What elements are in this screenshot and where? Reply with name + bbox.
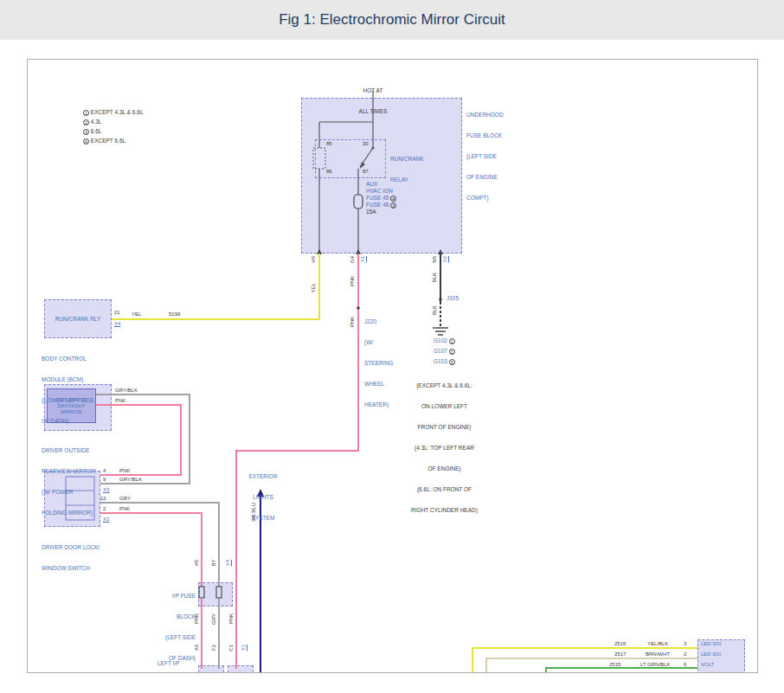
leftip-pin-c1: C1 xyxy=(228,645,235,651)
legend-item-3: 3 6.6L xyxy=(83,128,101,135)
wire-lt-grn-blk-2515 xyxy=(546,668,697,673)
led-sig-label-1: LED SIG xyxy=(701,641,722,647)
wire-label-yel-vertical: YEL xyxy=(311,283,317,292)
exterior-lights-label: EXTERIOR LIGHTS SYSTEM xyxy=(239,459,287,536)
wire-yellow-5199 xyxy=(112,253,319,319)
splice-j105-label: J105 xyxy=(447,295,459,302)
switch-pin-4-wire: PNK xyxy=(119,468,130,474)
underhood-fuse-block-label: UNDERHOOD FUSE BLOCK (LEFT SIDE OF ENGIN… xyxy=(466,98,504,215)
connector-entry-arrows xyxy=(317,249,443,254)
door-switch-name-label: DRIVER DOOR LOCK/ WINDOW SWITCH xyxy=(42,530,100,586)
figure-header: Fig 1: Electrochromic Mirror Circuit xyxy=(0,0,784,40)
ipfb-pin-a6: A6 xyxy=(194,645,200,651)
led-sig-label-2: LED SIG xyxy=(701,651,722,658)
ground-location-note: (EXCEPT 4.3L & 6.6L: ON LOWER LEFT FRONT… xyxy=(386,369,503,528)
circuit-number-2517: 2517 xyxy=(614,651,626,658)
wire-label-pnk-lower: PNK xyxy=(350,317,356,327)
fuse-label-hvac-ign: HVAC IGN xyxy=(366,188,393,195)
ufb-connector-x1: X1 xyxy=(360,256,366,262)
fuse-48-label: FUSE 48 3 xyxy=(366,202,396,209)
ufb-connector-x2: X2 xyxy=(442,256,448,262)
ip-fuse-block-label: I/P FUSE BLOCK (LEFT SIDE OF DASH) xyxy=(154,579,196,673)
mirror-name-label: DRIVER OUTSIDE REARVIEW MIRROR (W/ POWER… xyxy=(42,433,96,530)
fuse-label-aux: AUX xyxy=(366,181,377,188)
led-pin-6: 6 xyxy=(684,662,686,668)
ipfb-pin-a5: A5 xyxy=(194,560,200,566)
legend-item-2: 2 4.3L xyxy=(83,119,101,125)
ufb-pin-n5: N5 xyxy=(432,256,438,263)
switch-pin-12: 12 xyxy=(100,496,106,502)
wire-color-brn-wht: BRN/WHT xyxy=(646,651,670,658)
mirror-wire-pnk-label: PNK xyxy=(115,398,125,404)
wire-label-dk-blu: DK BLU xyxy=(251,503,257,522)
wire-label-pnk-upper: PNK xyxy=(350,276,356,286)
switch-pin-12-wire: GRY xyxy=(119,496,131,502)
ufb-pin-g4: G4 xyxy=(350,256,356,263)
wire-label-blk-upper: BLK xyxy=(432,273,438,282)
ipfb-pin-b7: B7 xyxy=(211,560,217,566)
leftip-wire-pnk-label: PNK xyxy=(228,613,235,624)
fuse-symbol xyxy=(354,195,363,209)
relay-pin-85: 85 xyxy=(326,141,332,147)
relay-switch-symbol xyxy=(360,147,375,170)
ground-g107: G107 2 xyxy=(434,348,455,355)
switch-pin-2-wire: PNK xyxy=(119,506,130,512)
switch-connector-x3: X3 xyxy=(103,487,109,493)
circuit-number-5199: 5199 xyxy=(169,311,180,318)
figure-title: Fig 1: Electrochromic Mirror Circuit xyxy=(279,11,505,29)
wire-color-lt-grn-blk: LT GRN/BLK xyxy=(640,662,670,668)
ipfb-wire-pnk-label: PNK xyxy=(194,613,200,624)
circuit-number-2516: 2516 xyxy=(614,641,626,647)
legend-item-1: 1 EXCEPT 4.3L & 6.6L xyxy=(83,109,144,116)
bcm-pin-21: 21 xyxy=(114,310,120,316)
ipfb-wire-gry-label: GRY xyxy=(211,613,217,625)
switch-pin-9-wire: GRY/BLK xyxy=(119,477,142,483)
relay-name-label: RUN/CRANK RELAY xyxy=(390,142,424,197)
relay-pin-30: 30 xyxy=(363,141,369,147)
fuse-45-label: FUSE 45 4 xyxy=(366,195,396,202)
wire-color-yel-blk: YEL/BLK xyxy=(647,641,668,647)
relay-pin-86: 86 xyxy=(326,169,332,175)
led-pin-2: 2 xyxy=(684,651,686,658)
bcm-name-label: BODY CONTROL MODULE (BCM) (LOWER LEFT SI… xyxy=(42,342,94,439)
wire-gry-blk-mirror xyxy=(96,395,190,484)
ground-g102: G102 1 xyxy=(434,337,455,344)
ipfb-pin-f2: F2 xyxy=(211,645,217,651)
wire-pink-mirror xyxy=(96,405,181,475)
switch-connector-x2: X2 xyxy=(103,517,109,523)
wire-black-ground xyxy=(433,253,448,335)
relay-coil-symbol xyxy=(313,148,325,169)
wiring-diagram-canvas: RUN/CRANK RLY AUTOMATIC DAY/NIGHT MIRROR xyxy=(27,59,758,673)
volt-label: VOLT xyxy=(701,662,714,668)
ip-fuse-symbols xyxy=(199,582,222,669)
mirror-wire-gry-blk-label: GRY/BLK xyxy=(115,388,138,394)
bcm-connector-x4: X4 xyxy=(114,321,120,327)
left-ip-label: LEFT I/P xyxy=(157,660,180,667)
page: Fig 1: Electrochromic Mirror Circuit RUN… xyxy=(0,0,784,693)
switch-pin-9: 9 xyxy=(103,477,106,483)
legend-item-4: 4 EXCEPT 6.6L xyxy=(83,138,125,144)
switch-pin-4: 4 xyxy=(103,468,106,474)
led-pin-3: 3 xyxy=(684,641,686,647)
wire-label-blk-lower: BLK xyxy=(432,305,438,315)
relay-pin-87: 87 xyxy=(363,169,369,175)
ground-g103: G103 3 xyxy=(434,358,455,365)
fuse-amps-label: 15A xyxy=(366,209,376,215)
wire-label-yel-horizontal: YEL xyxy=(132,311,141,318)
circuit-number-2515: 2515 xyxy=(609,662,620,668)
ufb-pin-h5: H5 xyxy=(311,256,317,263)
leftip-connector-x1: X1 xyxy=(241,645,247,651)
switch-pin-2: 2 xyxy=(103,506,106,512)
wire-pink-pin2 xyxy=(100,513,202,582)
ipfb-connector-x4: X4 xyxy=(225,560,231,566)
hot-at-all-times-label: HOT AT ALL TIMES xyxy=(346,74,400,129)
